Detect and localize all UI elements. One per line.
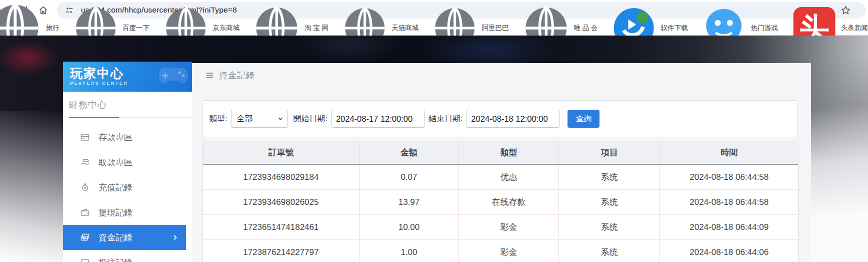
sidebar-body: 財務中心 存款專區 取款專區 — [63, 92, 192, 262]
table-row: 1723934698029184 0.07 优惠 系统 2024-08-18 0… — [203, 165, 798, 190]
amount-cell: 13.97 — [359, 190, 459, 215]
type-cell: 彩金 — [458, 240, 558, 262]
column-header: 項目 — [558, 141, 660, 165]
sidebar-menu-item[interactable]: 資金記錄 — [63, 225, 186, 250]
sidebar-menu-item[interactable]: 存款專區 — [63, 125, 192, 150]
chevron-down-icon — [278, 116, 284, 122]
table-body: 1723934698029184 0.07 优惠 系统 2024-08-18 0… — [203, 165, 798, 262]
sidebar-menu-item[interactable]: 投注記錄 — [63, 250, 192, 262]
type-label: 類型: — [209, 114, 227, 124]
menu-item-label: 提現記錄 — [98, 207, 132, 218]
section-divider — [69, 117, 192, 118]
order-number-cell: 1723651474182461 — [203, 215, 359, 240]
sidebar-header: 玩家中心 PLAYERS CENTER — [63, 62, 192, 92]
start-date-input[interactable] — [332, 110, 424, 128]
background-light-streak — [802, 36, 868, 262]
site-background: 玩家中心 PLAYERS CENTER 財務中心 存款專區 — [0, 36, 868, 262]
type-cell: 彩金 — [458, 215, 558, 240]
order-number-cell: 1723876214227797 — [203, 240, 359, 262]
page-title-text: 資金記錄 — [219, 70, 255, 81]
sidebar-menu: 存款專區 取款專區 充值記錄 提現記錄 — [63, 125, 192, 262]
table-row: 1723651474182461 10.00 彩金 系统 2024-08-18 … — [203, 215, 798, 240]
chevron-right-icon — [172, 234, 178, 240]
gamepad-icon — [158, 66, 189, 86]
end-date-input[interactable] — [466, 110, 560, 128]
menu-item-label: 存款專區 — [98, 132, 132, 143]
bookmarks-bar: 旅行 百度一下 京东商城 淘 宝 网 天猫商城 阿里巴巴 唯 品 会 — [0, 21, 868, 36]
type-cell: 优惠 — [458, 165, 558, 190]
menu-item-icon — [80, 257, 90, 262]
bookmark-label: 旅行 — [46, 24, 60, 33]
project-cell: 系统 — [558, 165, 660, 190]
time-cell: 2024-08-18 06:44:58 — [660, 165, 798, 190]
bookmark-label: 天猫商城 — [392, 24, 418, 33]
time-cell: 2024-08-18 06:44:09 — [660, 215, 798, 240]
menu-item-label: 充值記錄 — [98, 182, 132, 193]
bookmark-label: 热门游戏 — [751, 24, 778, 33]
type-select-value: 全部 — [236, 114, 278, 124]
filter-bar: 類型: 全部 開始日期: 結束日期: 查詢 — [202, 100, 798, 137]
end-date-label: 結束日期: — [428, 114, 462, 124]
time-cell: 2024-08-18 06:44:58 — [660, 190, 798, 215]
sidebar-section: 財務中心 — [63, 99, 192, 118]
start-date-label: 開始日期: — [293, 114, 327, 124]
menu-item-icon — [80, 132, 90, 142]
menu-item-icon — [80, 157, 90, 167]
order-number-cell: 1723934698029184 — [203, 165, 359, 190]
project-cell: 系统 — [558, 190, 660, 215]
screenshot-root: usdt04.com/hhcp/usercenter.html?iniType=… — [0, 0, 868, 262]
table-row: 1723876214227797 1.00 彩金 系统 2024-08-18 0… — [203, 240, 798, 262]
amount-cell: 10.00 — [359, 215, 459, 240]
column-header: 金額 — [359, 141, 459, 165]
menu-item-label: 取款專區 — [98, 157, 132, 168]
project-cell: 系统 — [558, 215, 660, 240]
bookmark-label: 软件下载 — [660, 24, 688, 33]
background-left-streak — [0, 111, 63, 262]
table-row: 1723934698026025 13.97 在线存款 系统 2024-08-1… — [203, 190, 798, 215]
bookmark-label: 百度一下 — [122, 24, 150, 33]
page-title: 資金記錄 — [205, 70, 255, 81]
hamburger-icon[interactable] — [205, 71, 214, 80]
type-cell: 在线存款 — [458, 190, 558, 215]
project-cell: 系统 — [558, 240, 660, 262]
menu-item-label: 投注記錄 — [98, 257, 132, 262]
menu-item-label: 資金記錄 — [98, 232, 132, 243]
menu-item-icon — [80, 207, 90, 217]
bookmark-label: 淘 宝 网 — [304, 24, 328, 33]
player-center-sidebar: 玩家中心 PLAYERS CENTER 財務中心 存款專區 — [63, 62, 192, 262]
column-header: 訂單號 — [203, 141, 359, 165]
bookmark-label: 京东商城 — [212, 24, 240, 33]
sidebar-menu-item[interactable]: 充值記錄 — [63, 175, 192, 200]
funds-record-table: 訂單號金額類型項目時間 1723934698029184 0.07 优惠 系统 … — [202, 141, 798, 262]
bookmark-label: 头条新闻 — [841, 24, 868, 33]
column-header: 類型 — [458, 141, 558, 165]
order-number-cell: 1723934698026025 — [203, 190, 359, 215]
type-select[interactable]: 全部 — [231, 110, 288, 128]
main-panel: 資金記錄 類型: 全部 開始日期: 結束日期: 查詢 — [192, 63, 811, 262]
sidebar-menu-item[interactable]: 取款專區 — [63, 150, 192, 175]
section-title: 財務中心 — [69, 99, 192, 111]
amount-cell: 1.00 — [359, 240, 459, 262]
table-header-row: 訂單號金額類型項目時間 — [203, 141, 798, 165]
amount-cell: 0.07 — [359, 165, 459, 190]
menu-item-icon — [80, 232, 90, 242]
time-cell: 2024-08-18 06:44:06 — [660, 240, 798, 262]
column-header: 時間 — [660, 141, 798, 165]
bookmark-label: 唯 品 会 — [574, 24, 598, 33]
menu-item-icon — [80, 182, 90, 192]
sidebar-menu-item[interactable]: 提現記錄 — [63, 200, 192, 225]
bookmark-label: 阿里巴巴 — [482, 24, 509, 33]
search-button[interactable]: 查詢 — [568, 110, 600, 128]
